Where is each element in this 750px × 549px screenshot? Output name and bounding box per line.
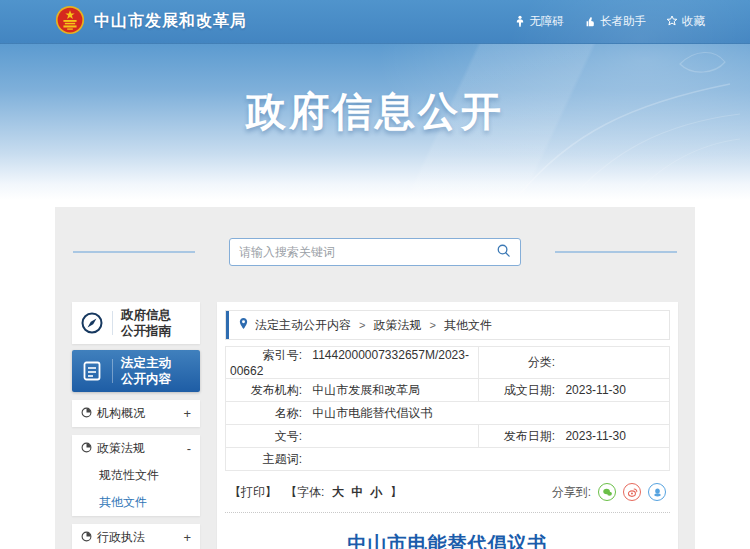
- doc-name-value: 中山市电能替代倡议书: [312, 406, 432, 420]
- qq-share-icon[interactable]: [648, 483, 666, 501]
- breadcrumb-item-policies[interactable]: 政策法规: [373, 317, 421, 334]
- site-brand[interactable]: 中山市发展和改革局: [55, 5, 247, 39]
- article-title: 中山市电能替代倡议书: [225, 531, 670, 549]
- share-label: 分享到:: [552, 484, 591, 501]
- table-row: 索引号: 11442000007332657M/2023-00662 分类:: [226, 347, 670, 379]
- article-toolbar: 【打印】 【字体: 大 中 小 】 分享到:: [225, 483, 670, 501]
- sidebar-item-normative-documents[interactable]: 规范性文件: [72, 462, 200, 489]
- divider: [112, 311, 113, 335]
- national-emblem-icon: [55, 5, 85, 39]
- site-name: 中山市发展和改革局: [94, 11, 247, 32]
- accessibility-label: 无障碍: [530, 14, 565, 29]
- statutory-label: 法定主动 公开内容: [121, 355, 171, 388]
- decor-line-left: [73, 251, 195, 253]
- elder-helper-link[interactable]: 长者助手: [584, 14, 646, 29]
- pie-icon: [81, 531, 92, 545]
- publish-date-value: 2023-11-30: [565, 429, 626, 443]
- collapse-icon[interactable]: -: [187, 441, 191, 456]
- decor-line-right: [555, 251, 677, 253]
- dotted-divider: [225, 512, 670, 513]
- publisher-label: 发布机构:: [230, 382, 302, 399]
- elder-helper-label: 长者助手: [600, 14, 646, 29]
- breadcrumb-item-other-docs[interactable]: 其他文件: [444, 317, 492, 334]
- font-size-label: 【字体:: [285, 484, 324, 501]
- font-size-label-close: 】: [390, 484, 402, 501]
- top-header-bar: 中山市发展和改革局 无障碍 长者助手: [0, 0, 750, 44]
- doc-number-label: 文号:: [230, 428, 302, 445]
- breadcrumb: 法定主动公开内容 > 政策法规 > 其他文件: [225, 310, 670, 340]
- publish-date-label: 发布日期:: [483, 428, 555, 445]
- written-date-value: 2023-11-30: [565, 383, 626, 397]
- publisher-value: 中山市发展和改革局: [312, 383, 420, 397]
- table-row: 文号: 发布日期: 2023-11-30: [226, 425, 670, 448]
- pie-icon: [81, 407, 92, 421]
- table-row: 发布机构: 中山市发展和改革局 成文日期: 2023-11-30: [226, 379, 670, 402]
- breadcrumb-separator: >: [359, 319, 365, 331]
- breadcrumb-item-statutory[interactable]: 法定主动公开内容: [255, 317, 351, 334]
- sidebar-item-org-overview[interactable]: 机构概况 +: [72, 400, 200, 427]
- hand-icon: [584, 15, 596, 29]
- sidebar-item-law-enforcement[interactable]: 行政执法 +: [72, 524, 200, 549]
- page-title: 政府信息公开: [0, 44, 750, 139]
- favorite-link[interactable]: 收藏: [666, 14, 705, 29]
- category-label: 分类:: [483, 354, 555, 371]
- accessibility-link[interactable]: 无障碍: [514, 14, 565, 29]
- sidebar: 政府信息 公开指南 法定主动 公开内容: [72, 302, 200, 549]
- compass-icon: [72, 311, 112, 335]
- search-section: [72, 238, 678, 266]
- search-input[interactable]: [239, 245, 496, 259]
- table-row: 主题词:: [226, 448, 670, 471]
- font-large-button[interactable]: 大: [332, 484, 344, 501]
- written-date-label: 成文日期:: [483, 382, 555, 399]
- location-pin-icon: [238, 316, 249, 334]
- header-utility-links: 无障碍 长者助手 收藏: [514, 14, 706, 29]
- content-card: 政府信息 公开指南 法定主动 公开内容: [55, 207, 695, 549]
- breadcrumb-separator: >: [429, 319, 435, 331]
- search-box: [229, 238, 521, 266]
- divider: [112, 359, 113, 383]
- favorite-label: 收藏: [682, 14, 705, 29]
- font-small-button[interactable]: 小: [370, 484, 382, 501]
- accessibility-icon: [514, 15, 526, 29]
- sidebar-group-policies: 政策法规 - 规范性文件 其他文件: [72, 435, 200, 516]
- document-icon: [72, 359, 112, 383]
- main-panel: 法定主动公开内容 > 政策法规 > 其他文件 索引号: 114420000073…: [217, 302, 678, 549]
- document-info-table: 索引号: 11442000007332657M/2023-00662 分类: 发…: [225, 346, 670, 471]
- weibo-share-icon[interactable]: [623, 483, 641, 501]
- keywords-label: 主题词:: [230, 451, 302, 468]
- table-row: 名称: 中山市电能替代倡议书: [226, 402, 670, 425]
- star-icon: [666, 15, 678, 29]
- font-medium-button[interactable]: 中: [351, 484, 363, 501]
- page-banner: 政府信息公开: [0, 44, 750, 200]
- expand-icon[interactable]: +: [183, 406, 191, 421]
- index-number-label: 索引号:: [230, 347, 302, 364]
- sidebar-item-policies[interactable]: 政策法规 -: [72, 435, 200, 462]
- sidebar-item-statutory-disclosure[interactable]: 法定主动 公开内容: [72, 350, 200, 392]
- search-icon[interactable]: [496, 243, 511, 262]
- sidebar-item-guide[interactable]: 政府信息 公开指南: [72, 302, 200, 344]
- guide-label: 政府信息 公开指南: [121, 307, 171, 340]
- doc-name-label: 名称:: [230, 405, 302, 422]
- pie-icon: [81, 442, 92, 456]
- sidebar-item-other-documents[interactable]: 其他文件: [72, 489, 200, 516]
- wechat-share-icon[interactable]: [598, 483, 616, 501]
- expand-icon[interactable]: +: [183, 530, 191, 545]
- print-button[interactable]: 【打印】: [229, 484, 277, 501]
